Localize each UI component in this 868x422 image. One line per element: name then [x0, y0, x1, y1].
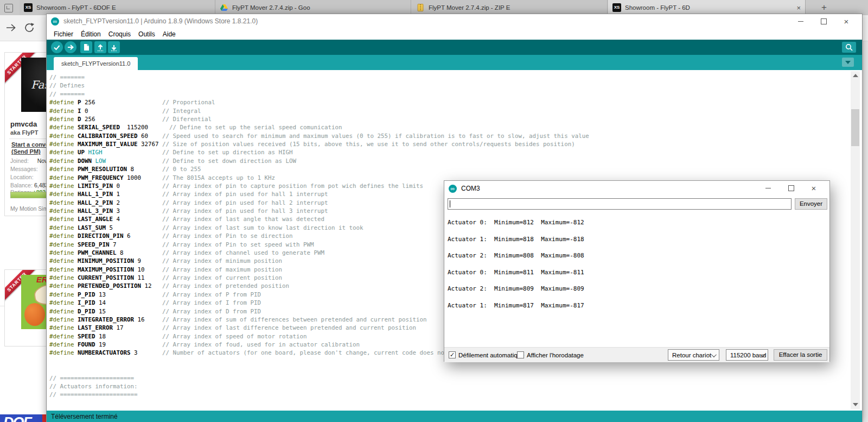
serial-output-line: Actuator 0: Minimum=811 Maximum=-811 [448, 264, 827, 281]
window-title: COM3 [461, 185, 480, 192]
code-line: #define SERIAL_SPEED 115200 // Define to… [49, 123, 589, 131]
maximize-button[interactable] [780, 181, 802, 195]
text-caret [450, 200, 450, 207]
autoscroll-checkbox[interactable]: ✓ [449, 351, 456, 358]
serial-output-line: Actuator 0: Minimum=812 Maximum=-812 [448, 215, 827, 231]
tab-label: Showroom - FlyPT - 6D [625, 4, 793, 11]
serial-output[interactable]: Actuator 0: Minimum=812 Maximum=-812Actu… [448, 212, 827, 346]
user-alias: aka FlyPT [10, 129, 38, 136]
google-drive-icon [220, 3, 228, 12]
close-tab-icon[interactable]: × [796, 4, 801, 12]
code-line: // ======= [49, 73, 589, 81]
code-line: #define UP HIGH // Define to set up dire… [49, 148, 589, 156]
serial-monitor-button[interactable] [842, 42, 856, 53]
browser-tab-4-active[interactable]: XS Showroom - FlyPT - 6D × [608, 0, 806, 15]
browser-scrollbar[interactable] [863, 41, 868, 422]
serial-monitor-titlebar[interactable]: ∞ COM3 × [444, 181, 829, 196]
menu-help[interactable]: Aide [159, 30, 180, 38]
chevron-down-icon [845, 61, 851, 64]
arduino-logo-icon: ∞ [51, 17, 59, 26]
verify-button[interactable] [51, 41, 63, 53]
menu-file[interactable]: Fichier [50, 30, 77, 38]
open-sketch-button[interactable] [94, 41, 106, 53]
status-message: Téléversement terminé [51, 413, 118, 420]
serial-output-line: Actuator 2: Minimum=808 Maximum=-808 [448, 248, 827, 264]
code-line: #define PWM_RESOLUTION 8 // 0 to 255 [49, 165, 589, 173]
serial-monitor-controls: ✓ Défilement automatique ✓ Afficher l'ho… [444, 347, 829, 362]
code-line: // ===================== [49, 374, 589, 382]
code-line: #define P 256 // Proportional [49, 98, 589, 106]
browser-tab-2[interactable]: FlyPT Mover 2.7.4.zip - Goo [215, 0, 411, 15]
serial-output-line: Actuator 1: Minimum=817 Maximum=-817 [448, 298, 827, 314]
scroll-down-icon[interactable] [853, 403, 858, 406]
scrollbar-thumb[interactable] [851, 109, 859, 146]
timestamp-checkbox[interactable]: ✓ [517, 351, 524, 358]
line-ending-dropdown[interactable]: Retour chariot [668, 349, 719, 361]
browser-tab-1[interactable]: XS Showroom - FlyPT - 6DOF E [20, 0, 215, 15]
arduino-sketch-tabbar: sketch_FLYPTversion11.0 [47, 55, 862, 70]
tab-label: Showroom - FlyPT - 6DOF E [36, 4, 210, 11]
serial-output-line: Actuator 2: Minimum=809 Maximum=-809 [448, 281, 827, 298]
save-sketch-button[interactable] [108, 41, 120, 53]
arduino-titlebar[interactable]: ∞ sketch_FLYPTversion11.0 | Arduino 1.8.… [47, 14, 862, 28]
desktop: XS Showroom - FlyPT - 6DOF E FlyPT Mover… [0, 0, 868, 422]
browser-tab-3[interactable]: FlyPT Mover 2.7.4.zip - ZIP E [412, 0, 608, 15]
close-button[interactable]: × [835, 14, 858, 28]
tab-list-dropdown[interactable] [842, 58, 854, 67]
code-line: #define DOWN LOW // Define to set down d… [49, 157, 589, 165]
code-line: // ====================== [49, 390, 589, 399]
username[interactable]: pmvcda [10, 120, 37, 128]
new-sketch-button[interactable] [80, 41, 92, 53]
baud-rate-dropdown[interactable]: 115200 baud [726, 349, 768, 361]
menu-tools[interactable]: Outils [135, 30, 159, 38]
menu-sketch[interactable]: Croquis [105, 30, 135, 38]
editor-scrollbar[interactable] [851, 71, 860, 409]
close-button[interactable]: × [802, 181, 825, 195]
code-line: #define MAXIMUM_BIT_VALUE 32767 // Size … [49, 140, 589, 148]
arduino-toolbar [47, 40, 862, 55]
chevron-down-icon [711, 352, 717, 357]
xs-favicon: XS [24, 3, 33, 12]
clear-output-button[interactable]: Effacer la sortie [774, 349, 827, 361]
xs-favicon: XS [612, 3, 621, 12]
minimize-button[interactable] [789, 14, 812, 28]
timestamp-label: Afficher l'horodatage [527, 352, 584, 358]
maximize-button[interactable] [812, 14, 835, 28]
tab-label: FlyPT Mover 2.7.4.zip - ZIP E [429, 4, 603, 11]
tab-label: FlyPT Mover 2.7.4.zip - Goo [232, 4, 406, 11]
code-line: #define I 0 // Integral [49, 107, 589, 115]
new-tab-button[interactable]: + [817, 1, 831, 14]
serial-output-line: Actuator 1: Minimum=818 Maximum=-818 [448, 231, 827, 248]
scroll-up-icon[interactable] [853, 74, 858, 77]
serial-monitor-window: ∞ COM3 × Envoyer Actuator 0: Minimum=812… [444, 180, 830, 362]
browser-tab-strip: XS Showroom - FlyPT - 6DOF E FlyPT Mover… [0, 0, 868, 15]
minimize-button[interactable] [757, 181, 780, 195]
arduino-logo-icon: ∞ [449, 185, 457, 193]
arduino-menubar: Fichier Édition Croquis Outils Aide [47, 28, 862, 40]
refresh-icon[interactable] [23, 21, 36, 34]
send-button[interactable]: Envoyer [795, 198, 827, 210]
window-title: sketch_FLYPTversion11.0 | Arduino 1.8.9 … [63, 17, 258, 25]
upload-button[interactable] [65, 41, 76, 53]
tab-preview-icon[interactable] [4, 4, 13, 12]
dof-reality-logo[interactable]: DOF REALITY [0, 414, 42, 422]
code-line [49, 366, 589, 374]
forward-icon[interactable] [4, 21, 17, 34]
balloon-illustration [24, 303, 45, 326]
code-line: // ======= [49, 90, 589, 98]
zip-file-icon [416, 3, 425, 12]
code-line: #define D 256 // Diferential [49, 115, 589, 123]
sketch-tab[interactable]: sketch_FLYPTversion11.0 [54, 57, 138, 70]
send-pm-link[interactable]: (Send PM) [11, 148, 41, 155]
arduino-status-bar: Téléversement terminé [47, 411, 862, 422]
code-line: // Actuators information: [49, 382, 589, 390]
autoscroll-label: Défilement automatique [458, 352, 524, 358]
serial-send-input[interactable] [448, 198, 792, 210]
code-line: // Defines [49, 81, 589, 90]
code-line: #define CALIBRATION_SPEED 60 // Speed us… [49, 132, 589, 140]
menu-edit[interactable]: Édition [77, 30, 105, 38]
